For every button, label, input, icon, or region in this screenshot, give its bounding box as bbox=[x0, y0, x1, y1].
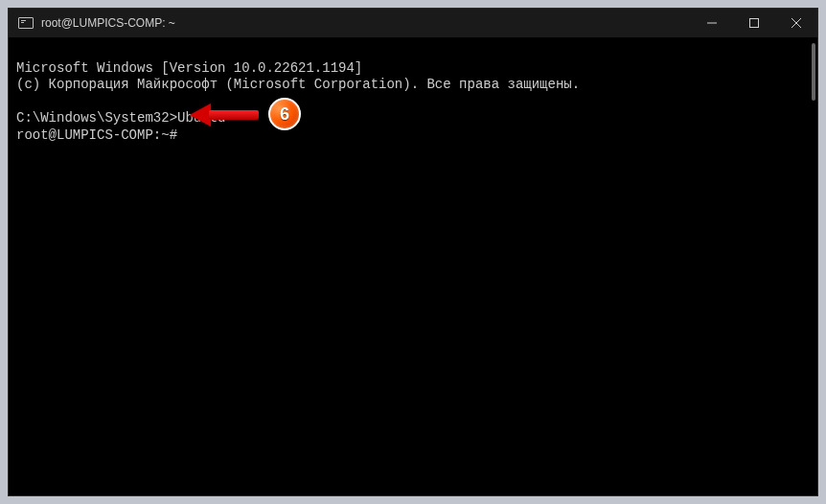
minimize-button[interactable] bbox=[691, 9, 733, 37]
window-title: root@LUMPICS-COMP: ~ bbox=[41, 16, 183, 30]
typed-command: Ubuntu bbox=[177, 110, 225, 126]
close-button[interactable] bbox=[775, 9, 817, 37]
copyright-line: (c) Корпорация Майкрософт (Microsoft Cor… bbox=[16, 77, 580, 92]
version-line: Microsoft Windows [Version 10.0.22621.11… bbox=[16, 60, 362, 76]
minimize-icon bbox=[707, 18, 717, 28]
bash-prompt: root@LUMPICS-COMP:~# bbox=[16, 127, 177, 143]
terminal-window: root@LUMPICS-COMP: ~ Microsoft Windows [… bbox=[8, 8, 818, 496]
scrollbar-thumb[interactable] bbox=[812, 43, 815, 101]
maximize-button[interactable] bbox=[733, 9, 775, 37]
maximize-icon bbox=[749, 18, 759, 28]
close-icon bbox=[792, 18, 801, 28]
cursor bbox=[177, 127, 185, 143]
cmd-icon bbox=[18, 17, 34, 29]
cmd-prompt: C:\Windows\System32> bbox=[16, 110, 177, 126]
titlebar[interactable]: root@LUMPICS-COMP: ~ bbox=[9, 9, 817, 37]
terminal-body[interactable]: Microsoft Windows [Version 10.0.22621.11… bbox=[9, 37, 817, 495]
svg-rect-1 bbox=[750, 19, 759, 28]
